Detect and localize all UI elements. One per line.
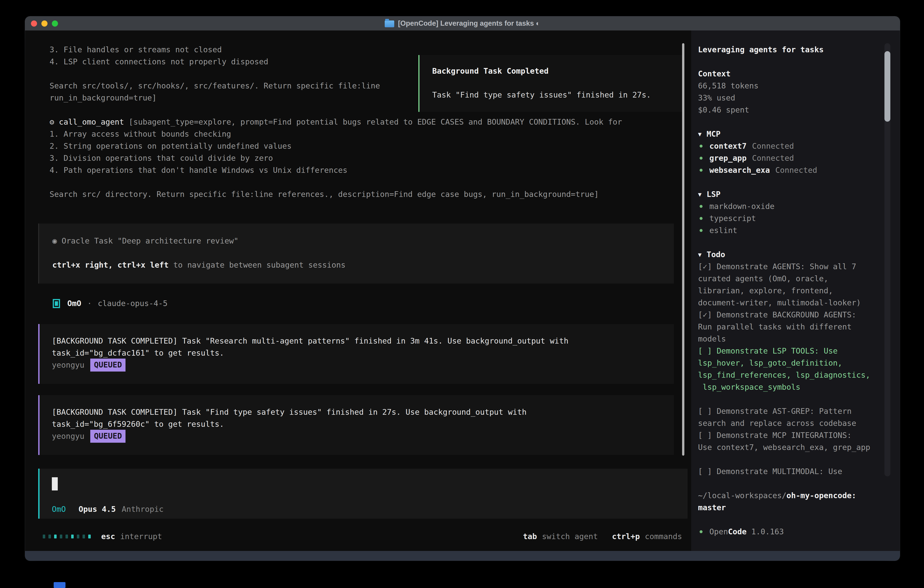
todo-item-pending: [ ] Demonstrate AST-GREP: Pattern search… [698,405,886,429]
lsp-heading: LSP [707,190,721,199]
status-bar: esc interrupt tabswitch agent ctrl+pcomm… [25,530,691,543]
status-dot-icon [700,157,703,160]
lsp-name: eslint [710,225,738,236]
traffic-lights [31,20,58,26]
context-used: 33% used [698,92,886,104]
mcp-section: ▼MCP context7Connected grep_appConnected… [698,128,886,176]
prompt-input[interactable]: OmO Opus 4.5 Anthropic [38,469,688,519]
background-task-message: [BACKGROUND TASK COMPLETED] Task "Find t… [38,395,674,455]
mcp-item: context7Connected [698,140,886,152]
input-model-provider: Anthropic [122,503,163,515]
chat-pane: 3. File handles or streams not closed 4.… [25,30,691,551]
workspace-path: ~/local-workspaces/ [698,491,787,500]
folder-icon [385,20,394,27]
context-tokens: 66,518 tokens [698,80,886,92]
message-author: yeongyu [52,359,84,371]
esc-key-label: interrupt [120,530,162,543]
chat-scrollbar-thumb[interactable] [682,43,684,456]
input-model-name[interactable]: Opus 4.5 [78,503,116,515]
context-spent: $0.46 spent [698,104,886,116]
message-meta: yeongyu QUEUED [52,359,674,371]
tool-call-list-item: 2. String operations on potentially unde… [50,140,691,152]
workspace-branch: master [698,503,726,512]
lsp-section-header[interactable]: ▼LSP [698,188,886,200]
toast-body: Task "Find type safety issues" finished … [432,89,683,101]
agent-model: claude-opus-4-5 [98,297,168,309]
lsp-item: eslint [698,225,886,236]
todo-heading: Todo [707,250,725,259]
mcp-section-header[interactable]: ▼MCP [698,128,886,140]
workspace-section: ~/local-workspaces/oh-my-opencode: maste… [698,489,886,514]
todo-line: Use context7, websearch_exa, grep_app [698,441,886,453]
oracle-task-card[interactable]: ◉ Oracle Task "Deep architecture review"… [38,223,674,284]
lsp-section: ▼LSP markdown-oxide typescript eslint [698,188,886,236]
tool-call-list-item: 1. Array access without bounds checking [50,128,691,140]
todo-line: Run parallel tasks with different [698,321,886,333]
queued-status-badge: QUEUED [90,358,125,372]
todo-line: models [698,333,886,345]
minimize-window-button[interactable] [41,20,48,26]
record-icon: ◉ [52,236,57,245]
mcp-status: Connected [752,152,794,164]
lsp-name: markdown-oxide [710,200,775,212]
mcp-status: Connected [775,164,817,176]
lsp-item: markdown-oxide [698,200,886,212]
todo-item-done: [✓] Demonstrate AGENTS: Show all 7 curat… [698,261,886,309]
status-left: esc interrupt [43,530,162,543]
zoom-window-button[interactable] [52,20,58,26]
todo-item-done: [✓] Demonstrate BACKGROUND AGENTS: Run p… [698,309,886,345]
input-agent-name[interactable]: OmO [52,503,66,515]
agent-header: OmO · claude-opus-4-5 [53,297,691,309]
lsp-name: typescript [710,212,756,225]
todo-line: [✓] Demonstrate AGENTS: Show all 7 [698,261,886,273]
mcp-item: grep_appConnected [698,152,886,164]
message-meta: yeongyu QUEUED [52,430,674,442]
lsp-item: typescript [698,212,886,225]
oracle-task-title-row: ◉ Oracle Task "Deep architecture review" [52,235,674,247]
working-spinner-icon [43,535,91,538]
gear-icon: ⚙ [50,117,54,126]
dock-indicator[interactable] [54,582,66,588]
workspace-branch-row: master [698,502,886,514]
text-cursor [52,477,58,491]
mcp-item: websearch_exaConnected [698,164,886,176]
input-model-row: OmO Opus 4.5 Anthropic [52,503,688,515]
status-dot-icon [700,145,703,147]
status-dot-icon [700,229,703,232]
todo-line: librarian, explore, frontend, [698,285,886,297]
tool-call-list-item: 3. Division operations that could divide… [50,152,691,164]
sidebar-scrollbar-thumb[interactable] [884,51,890,122]
tool-call-name: call_omo_agent [59,117,124,126]
background-task-toast: Background Task Completed Task "Find typ… [418,55,684,112]
todo-line: [ ] Demonstrate MCP INTEGRATIONS: [698,429,886,441]
tool-call-tail: Search src/ directory. Return specific f… [50,188,691,200]
version-row: OpenCode 1.0.163 [698,526,886,538]
todo-line: search and replace across codebase [698,417,886,429]
transcript-line: 3. File handles or streams not closed [50,44,691,56]
todo-line: document-writer, multimodal-looker) [698,297,886,309]
ctrlp-key-label: commands [645,532,682,541]
message-author: yeongyu [52,430,84,442]
subagent-navigation-hint: ctrl+x right, ctrl+x left to navigate be… [52,259,674,271]
oracle-task-title: Oracle Task "Deep architecture review" [57,236,238,245]
status-dot-icon [700,205,703,208]
blank-line [50,176,691,188]
todo-line: [ ] Demonstrate MULTIMODAL: Use [698,466,886,477]
window-titlebar: [OpenCode] Leveraging agents for tasks ◐ [25,17,900,30]
tool-call-list-item: 4. Path operations that don't handle Win… [50,164,691,176]
todo-line: lsp_hover, lsp_goto_definition, [698,357,886,369]
window-title-text: [OpenCode] Leveraging agents for tasks ◐ [398,17,540,30]
todo-section-header[interactable]: ▼Todo [698,249,886,261]
session-sidebar: Leveraging agents for tasks Context 66,5… [691,30,900,551]
close-window-button[interactable] [31,20,37,26]
todo-line: curated agents (OmO, oracle, [698,273,886,285]
chevron-down-icon: ▼ [698,131,702,137]
context-section: Context 66,518 tokens 33% used $0.46 spe… [698,68,886,116]
todo-line: [ ] Demonstrate LSP TOOLS: Use [698,345,886,357]
context-heading: Context [698,68,886,80]
agent-square-icon [53,299,60,308]
mcp-heading: MCP [707,129,721,139]
window-bottom-strip [25,551,900,561]
status-dot-icon [700,169,703,172]
todo-item-pending: [ ] Demonstrate MCP INTEGRATIONS: Use co… [698,429,886,453]
